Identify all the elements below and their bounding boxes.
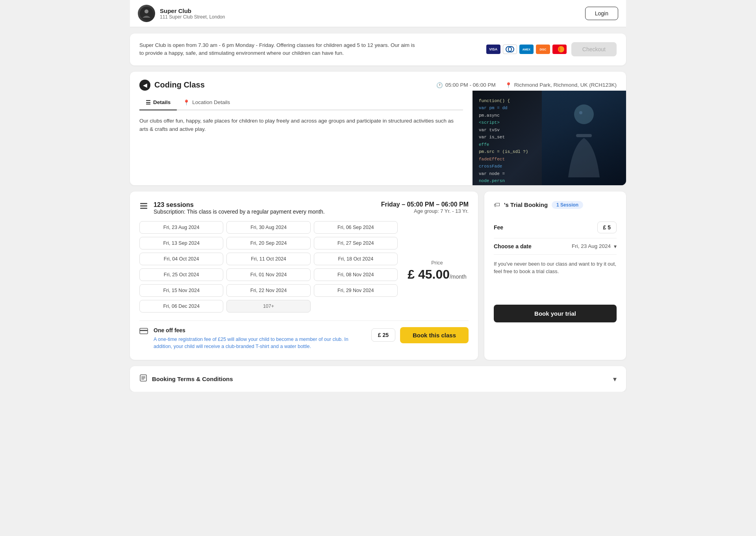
sessions-info-row: 123 sessions Subscription: This class is… [139, 201, 381, 215]
header-info: Super Club 111 Super Club Street, London [160, 7, 225, 20]
svg-point-6 [574, 104, 594, 124]
date-chip[interactable]: Fri, 27 Sep 2024 [314, 237, 398, 249]
location-tab-icon: 📍 [183, 99, 190, 106]
class-header: ◀ Coding Class 🕐 05:00 PM - 06:00 PM 📍 R… [130, 72, 626, 91]
terms-left: Booking Terms & Conditions [139, 374, 233, 384]
class-body: ☰ Details 📍 Location Details Our clubs o… [130, 91, 626, 185]
class-description: Our clubs offer fun, happy, safe places … [139, 117, 463, 134]
date-chip[interactable]: Fri, 30 Aug 2024 [226, 221, 310, 234]
more-dates-chip[interactable]: 107+ [226, 300, 310, 313]
one-off-text: One off fees A one-time registration fee… [154, 327, 366, 351]
booking-section: 123 sessions Subscription: This class is… [130, 192, 626, 360]
book-trial-button[interactable]: Book your trial [494, 305, 617, 322]
banner-text: Super Club is open from 7.30 am - 6 pm M… [139, 41, 415, 58]
svg-rect-11 [140, 208, 147, 209]
book-class-button[interactable]: Book this class [400, 327, 469, 343]
price-label: Price [431, 260, 443, 266]
tab-details[interactable]: ☰ Details [139, 96, 177, 110]
dates-and-price: Fri, 23 Aug 2024 Fri, 30 Aug 2024 Fri, 0… [139, 221, 469, 320]
trial-description: If you've never been to our class and wa… [494, 255, 617, 281]
dates-grid: Fri, 23 Aug 2024 Fri, 30 Aug 2024 Fri, 0… [139, 221, 398, 313]
one-off-section: One off fees A one-time registration fee… [139, 320, 469, 351]
svg-point-7 [579, 111, 582, 114]
chevron-down-icon: ▾ [614, 243, 617, 249]
price-amount: £ 45.00 [408, 267, 450, 282]
sessions-subscription: Subscription: This class is covered by a… [154, 208, 325, 215]
date-chip[interactable]: Fri, 20 Sep 2024 [226, 237, 310, 249]
date-chip[interactable]: Fri, 22 Nov 2024 [226, 284, 310, 297]
sessions-panel: 123 sessions Subscription: This class is… [130, 192, 478, 360]
location-icon: 📍 [505, 82, 512, 88]
terms-title: Booking Terms & Conditions [152, 376, 233, 382]
price-section: Price £ 45.00 /month [406, 221, 469, 320]
class-title: Coding Class [154, 80, 205, 89]
date-chip[interactable]: Fri, 15 Nov 2024 [139, 284, 223, 297]
date-chip[interactable]: Fri, 06 Sep 2024 [314, 221, 398, 234]
class-image: function() { var pm = dd pm.async <scrip… [472, 91, 626, 185]
credit-card-icon [139, 328, 148, 336]
one-off-fee: £ 25 [371, 328, 395, 342]
details-tab-icon: ☰ [146, 99, 151, 106]
discover-icon: DISC [536, 45, 550, 54]
fee-label: Fee [494, 224, 503, 231]
club-address: 111 Super Club Street, London [160, 14, 225, 20]
date-chip[interactable]: Fri, 11 Oct 2024 [226, 253, 310, 265]
choose-date-dropdown[interactable]: Fri, 23 Aug 2024 ▾ [572, 243, 617, 249]
chosen-date: Fri, 23 Aug 2024 [572, 243, 611, 249]
visa-icon: VISA [486, 45, 500, 54]
trial-header: 🏷 's Trial Booking 1 Session [494, 201, 617, 209]
class-card: ◀ Coding Class 🕐 05:00 PM - 06:00 PM 📍 R… [130, 72, 626, 185]
date-chip[interactable]: Fri, 29 Nov 2024 [314, 284, 398, 297]
class-title-row: ◀ Coding Class [139, 80, 205, 91]
svg-point-1 [145, 9, 148, 13]
tab-location-details[interactable]: 📍 Location Details [177, 96, 236, 110]
trial-session-badge: 1 Session [552, 201, 583, 209]
trial-fee-row: Fee £ 5 [494, 217, 617, 238]
chevron-down-icon: ▾ [613, 375, 617, 383]
sessions-count: 123 sessions [154, 201, 325, 208]
date-chip[interactable]: Fri, 04 Oct 2024 [139, 253, 223, 265]
mastercard-icon [552, 45, 567, 54]
club-name: Super Club [160, 7, 225, 14]
date-chip[interactable]: Fri, 18 Oct 2024 [314, 253, 398, 265]
trial-fee-value: £ 5 [597, 221, 617, 233]
payment-icons: VISA AMEX DISC [486, 45, 567, 54]
info-banner: Super Club is open from 7.30 am - 6 pm M… [130, 34, 626, 65]
terms-icon [139, 374, 147, 384]
banner-right: VISA AMEX DISC Checkout [486, 42, 617, 56]
date-chip[interactable]: Fri, 25 Oct 2024 [139, 268, 223, 281]
login-button[interactable]: Login [585, 7, 618, 20]
terms-section[interactable]: Booking Terms & Conditions ▾ [130, 366, 626, 392]
logo [138, 5, 155, 22]
class-location: 📍 Richmond Park, Richmond, UK (RCH123K) [505, 82, 617, 88]
clock-icon: 🕐 [436, 82, 443, 88]
choose-date-row: Choose a date Fri, 23 Aug 2024 ▾ [494, 238, 617, 255]
tag-icon: 🏷 [494, 201, 500, 208]
date-chip[interactable]: Fri, 08 Nov 2024 [314, 268, 398, 281]
layers-icon [139, 202, 148, 212]
header-left: Super Club 111 Super Club Street, London [138, 5, 225, 22]
date-chip[interactable]: Fri, 06 Dec 2024 [139, 300, 223, 313]
sessions-top: 123 sessions Subscription: This class is… [139, 201, 469, 215]
amex-icon: AMEX [519, 45, 534, 54]
sessions-age: Age group: 7 Yr. - 13 Yr. [381, 208, 469, 214]
back-icon[interactable]: ◀ [139, 80, 150, 91]
date-chip[interactable]: Fri, 23 Aug 2024 [139, 221, 223, 234]
choose-date-label: Choose a date [494, 243, 532, 249]
price-display: £ 45.00 /month [408, 267, 467, 282]
svg-rect-13 [140, 330, 148, 331]
price-period: /month [450, 274, 467, 280]
trial-panel: 🏷 's Trial Booking 1 Session Fee £ 5 Cho… [484, 192, 626, 360]
one-off-description: A one-time registration fee of £25 will … [154, 336, 366, 351]
date-chip[interactable]: Fri, 01 Nov 2024 [226, 268, 310, 281]
diners-icon [503, 45, 517, 54]
dates-section: Fri, 23 Aug 2024 Fri, 30 Aug 2024 Fri, 0… [139, 221, 398, 320]
sessions-text: 123 sessions Subscription: This class is… [154, 201, 325, 215]
svg-rect-8 [576, 134, 592, 137]
date-chip[interactable]: Fri, 13 Sep 2024 [139, 237, 223, 249]
person-silhouette [542, 91, 626, 185]
class-time: 🕐 05:00 PM - 06:00 PM [436, 82, 496, 88]
one-off-right: £ 25 Book this class [371, 327, 469, 343]
checkout-button[interactable]: Checkout [571, 42, 617, 56]
class-content: ☰ Details 📍 Location Details Our clubs o… [130, 91, 472, 185]
